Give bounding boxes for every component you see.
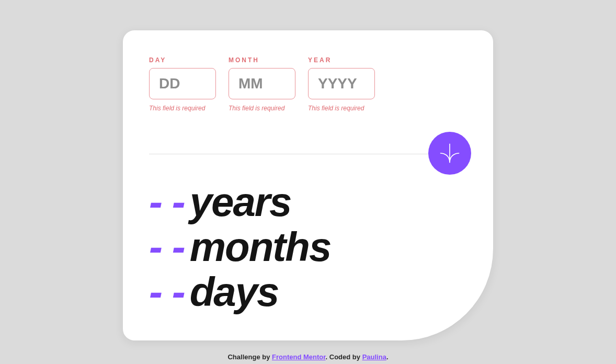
attribution-link-author[interactable]: Paulina [362, 353, 386, 361]
years-label: years [190, 179, 291, 225]
results: - -years - -months - -days [149, 180, 467, 314]
months-label: months [190, 224, 331, 270]
day-label: DAY [149, 56, 216, 64]
month-label: MONTH [229, 56, 295, 64]
month-input[interactable] [229, 68, 295, 99]
date-inputs-row: DAY This field is required MONTH This fi… [149, 56, 467, 112]
day-field: DAY This field is required [149, 56, 216, 112]
attribution-middle: . Coded by [326, 353, 362, 361]
year-error: This field is required [308, 105, 375, 112]
attribution-suffix: . [386, 353, 389, 361]
year-label: YEAR [308, 56, 375, 64]
months-value: - - [149, 224, 185, 270]
divider-line [149, 154, 467, 154]
submit-button[interactable] [428, 132, 471, 175]
year-input[interactable] [308, 68, 375, 99]
day-input[interactable] [149, 68, 216, 99]
day-error: This field is required [149, 105, 216, 112]
result-months: - -months [149, 225, 467, 270]
result-days: - -days [149, 270, 467, 315]
month-field: MONTH This field is required [229, 56, 295, 112]
years-value: - - [149, 179, 185, 225]
age-calculator-card: DAY This field is required MONTH This fi… [123, 30, 493, 340]
result-years: - -years [149, 180, 467, 225]
attribution-link-frontend-mentor[interactable]: Frontend Mentor [272, 353, 326, 361]
year-field: YEAR This field is required [308, 56, 375, 112]
arrow-down-icon [440, 143, 460, 163]
days-label: days [190, 269, 279, 315]
days-value: - - [149, 269, 185, 315]
divider-row [149, 132, 467, 176]
attribution-prefix: Challenge by [227, 353, 272, 361]
attribution: Challenge by Frontend Mentor. Coded by P… [227, 353, 388, 361]
month-error: This field is required [229, 105, 295, 112]
